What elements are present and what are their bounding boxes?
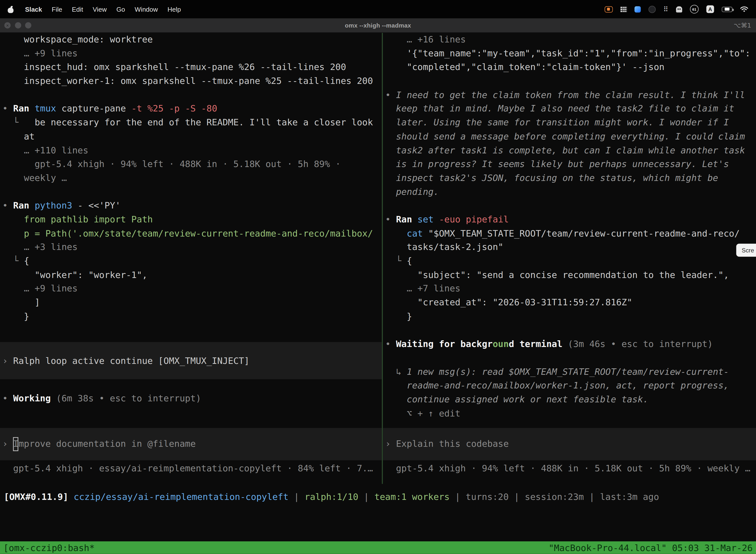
terminal-line: "created_at": "2026-03-31T11:59:27.816Z" [383,296,756,310]
terminal-line: later. Using the same for transition mig… [383,116,756,130]
dots-grid-icon[interactable]: ⠿ [663,6,668,12]
menu-file[interactable]: File [47,5,67,13]
dark-app-icon[interactable] [648,5,655,13]
terminal-line: └ be necessary for the end of the README… [0,116,382,130]
terminal-line: … +3 lines [0,240,382,255]
terminal-line: … +16 lines [383,33,756,47]
window-shortcut-hint: ⌥⌘1 [734,18,751,32]
terminal-line: } [383,310,756,323]
menu-status-icons: ⠿ 61 A [605,5,748,13]
terminal-line: • Waiting for background terminal (3m 46… [383,337,756,351]
input-source-icon[interactable]: A [706,5,714,13]
terminal-line: • Ran python3 - <<'PY' [0,199,382,213]
terminal-line: continue assigned work or next feasible … [383,393,756,406]
ralph-loop-banner: › Ralph loop active continue [OMX_TMUX_I… [0,342,382,380]
terminal-line: … +9 lines [0,282,382,296]
terminal-line: should send a message before completing … [383,130,756,144]
terminal-line: └ { [0,254,382,268]
spacer [0,323,382,342]
terminal-line [383,323,756,337]
terminal-line: • Working (6m 38s • esc to interrupt) [0,392,382,406]
tmux-session-info: [omx-cczip0:bash* [3,543,95,553]
terminal-line [383,199,756,213]
terminal-line: … +7 lines [383,282,756,296]
terminal-line: keep that in mind. Maybe I also need the… [383,102,756,116]
terminal-line: gpt-5.4 xhigh · 94% left · 488K in · 5.1… [0,157,382,171]
prompt-input[interactable]: › Improve documentation in @filename [0,428,382,460]
terminal-line: gpt-5.4 xhigh · 94% left · 488K in · 5.1… [383,462,756,476]
terminal-line: inspect_hud: omx sparkshell --tmux-pane … [0,61,382,74]
screen-recording-indicator-icon[interactable] [605,6,613,12]
screen-share-overlay[interactable]: Scre [737,244,756,257]
window-titlebar: × omx --xhigh --madmax ⌥⌘1 [0,18,756,33]
tmux-host-clock: "MacBook-Pro-44.local" 05:03 31-Mar-26 [549,543,753,553]
terminal-line: ] [0,296,382,310]
tmux-pane-right[interactable]: … +16 lines '{"team_name":"my-team","tas… [383,33,756,484]
text-cursor: I [13,437,19,451]
terminal-line: • Ran set -euo pipefail [383,213,756,227]
terminal-line: task2 after task1 is complete, but can I… [383,144,756,157]
spacer [0,380,382,392]
menu-go[interactable]: Go [112,5,130,13]
terminal-line [0,88,382,102]
screen: Slack File Edit View Go Window Help ⠿ 61… [0,0,756,554]
menu-edit[interactable]: Edit [67,5,88,13]
tmux-status-bar: [omx-cczip0:bash* "MacBook-Pro-44.local"… [0,541,756,554]
terminal-line: … +110 lines [0,144,382,157]
menu-help[interactable]: Help [163,5,186,13]
terminal-line: inspect task2's JSON, focusing on the st… [383,171,756,185]
terminal-line: "completed","claim_token":"claim-token"}… [383,61,756,74]
window-title: omx --xhigh --madmax [0,18,756,32]
terminal: workspace_mode: worktree … +9 lines insp… [0,33,756,484]
terminal-line: from pathlib import Path [0,213,382,227]
wifi-icon[interactable] [740,6,748,12]
battery-icon[interactable] [722,6,733,12]
terminal-line: ↳ 1 new msg(s): read $OMX_TEAM_STATE_ROO… [383,365,756,379]
terminal-line: ⌥ + ↑ edit [383,406,756,421]
terminal-line: "worker": "worker-1", [0,268,382,282]
terminal-line [383,351,756,365]
terminal-line: '{"team_name":"my-team","task_id":"1","f… [383,47,756,61]
terminal-line: weekly … [0,171,382,185]
menu-window[interactable]: Window [130,5,163,13]
tmux-pane-left[interactable]: workspace_mode: worktree … +9 lines insp… [0,33,382,484]
menu-bar: Slack File Edit View Go Window Help ⠿ 61… [0,0,756,18]
shortcuts-icon[interactable] [634,6,641,12]
terminal-line [383,74,756,88]
apple-menu-icon[interactable] [8,5,13,13]
terminal-line: gpt-5.4 xhigh · essay/ai-reimplementatio… [0,462,382,476]
omx-status-line: [OMX#0.11.9] cczip/essay/ai-reimplementa… [0,490,756,504]
grid-icon[interactable] [620,6,627,12]
prompt-input[interactable]: › Explain this codebase [383,428,756,460]
ghost-icon[interactable] [676,6,682,12]
omx-status-bar: [OMX#0.11.9] cczip/essay/ai-reimplementa… [0,484,756,541]
menu-app-name[interactable]: Slack [20,5,47,13]
terminal-line: └ { [383,254,756,268]
spacer [0,406,382,428]
terminal-line: readme-and-reco/mailbox/worker-1.json, a… [383,379,756,393]
terminal-line: cat "$OMX_TEAM_STATE_ROOT/team/review-cu… [383,227,756,240]
terminal-line: inspect_worker-1: omx sparkshell --tmux-… [0,74,382,88]
terminal-line: is in progress? It seems likely but perh… [383,157,756,171]
terminal-line [0,185,382,199]
terminal-line: • Ran tmux capture-pane -t %25 -p -S -80 [0,102,382,116]
spacer [383,421,756,428]
terminal-line: "subject": "send a concise recommendatio… [383,268,756,282]
terminal-line: workspace_mode: worktree [0,33,382,47]
terminal-line: at [0,130,382,144]
menu-view[interactable]: View [88,5,111,13]
terminal-line: pending. [383,185,756,199]
terminal-line: tasks/task-2.json" [383,240,756,255]
battery-percent-badge[interactable]: 61 [690,5,699,13]
terminal-line: } [0,310,382,323]
terminal-line: p = Path('.omx/state/team/review-current… [0,227,382,240]
terminal-line: … +9 lines [0,47,382,61]
terminal-line: • I need to get the claim token from the… [383,88,756,102]
